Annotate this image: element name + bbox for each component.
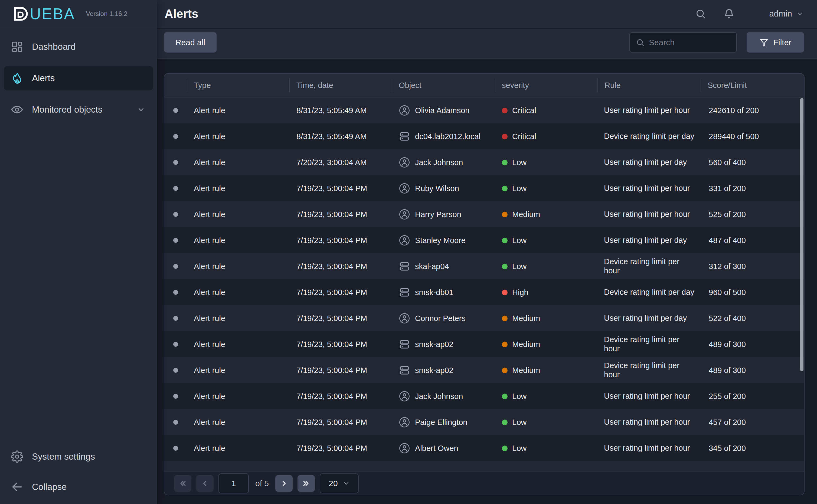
topbar: Alerts admin: [157, 0, 817, 28]
next-page-button[interactable]: [275, 475, 293, 492]
alert-type: Alert rule: [187, 305, 289, 331]
table-row[interactable]: Alert rule7/20/23, 3:00:04 AMJack Johnso…: [164, 149, 804, 175]
search-input[interactable]: [649, 38, 730, 47]
alert-type: Alert rule: [187, 435, 289, 461]
bell-icon[interactable]: [723, 8, 735, 19]
severity-label: Medium: [512, 314, 540, 323]
column-type[interactable]: Type: [187, 74, 289, 97]
alert-object: smsk-ap02: [392, 331, 495, 357]
object-name: Albert Owen: [415, 444, 458, 453]
table-row[interactable]: Alert rule7/19/23, 5:00:04 PMHarry Parso…: [164, 201, 804, 227]
unread-cell: [164, 409, 187, 435]
alert-object: Olivia Adamson: [392, 97, 495, 123]
sidebar-item-system-settings[interactable]: System settings: [4, 444, 153, 469]
rule-text: User rating limit per hour: [604, 106, 696, 115]
device-icon: [399, 131, 410, 142]
object-name: Paige Ellington: [415, 418, 467, 427]
previous-page-button[interactable]: [196, 475, 214, 492]
alert-object: smsk-db01: [392, 279, 495, 305]
object-name: Jack Johnson: [415, 158, 463, 167]
alert-severity: Low: [495, 409, 597, 435]
severity-label: Low: [512, 236, 527, 245]
alert-type: Alert rule: [187, 279, 289, 305]
sidebar-item-dashboard[interactable]: Dashboard: [4, 35, 153, 59]
table-row[interactable]: Alert rule7/19/23, 5:00:04 PMsmsk-ap02Me…: [164, 357, 804, 383]
object-name: Connor Peters: [415, 314, 466, 323]
object-name: skal-ap04: [415, 262, 449, 271]
alert-severity: Low: [495, 227, 597, 253]
unread-dot-icon: [173, 290, 178, 295]
page-size-select[interactable]: 20: [320, 473, 359, 493]
object-name: smsk-db01: [415, 288, 453, 297]
user-menu[interactable]: admin: [769, 9, 803, 19]
device-icon: [399, 287, 410, 298]
table-row[interactable]: Alert rule7/19/23, 5:00:04 PMsmsk-ap02Me…: [164, 331, 804, 357]
gear-icon: [11, 450, 23, 463]
alert-type: Alert rule: [187, 253, 289, 279]
alert-rule: Device rating limit per hour: [597, 253, 701, 279]
pagination: of 5 20: [164, 472, 804, 495]
logo-text: UEBA: [30, 5, 75, 23]
table-row[interactable]: Alert rule8/31/23, 5:05:49 AMOlivia Adam…: [164, 97, 804, 123]
sidebar-item-alerts[interactable]: Alerts: [4, 66, 153, 90]
unread-cell: [164, 279, 187, 305]
first-page-button[interactable]: [174, 475, 191, 492]
alert-score: 312 of 300: [701, 253, 804, 279]
table-row[interactable]: Alert rule7/19/23, 5:00:04 PMskal-ap04Lo…: [164, 253, 804, 279]
unread-dot-icon: [173, 264, 178, 269]
user-icon: [399, 417, 410, 428]
chevron-down-icon: [796, 10, 803, 17]
page-number-input[interactable]: [218, 473, 249, 493]
alert-time: 7/20/23, 3:00:04 AM: [289, 149, 392, 175]
alert-type: Alert rule: [187, 175, 289, 201]
alert-severity: Low: [495, 175, 597, 201]
sidebar-item-label: Collapse: [32, 482, 67, 492]
alert-type: Alert rule: [187, 227, 289, 253]
alert-score: 525 of 200: [701, 201, 804, 227]
table-row[interactable]: Alert rule8/31/23, 5:05:49 AMdc04.lab201…: [164, 123, 804, 149]
severity-dot-icon: [502, 420, 508, 425]
app-version: Version 1.16.2: [86, 10, 127, 18]
alert-type: Alert rule: [187, 123, 289, 149]
unread-dot-icon: [173, 446, 178, 451]
column-time-date[interactable]: Time, date: [289, 74, 392, 97]
rule-text: Device rating limit per hour: [604, 361, 696, 379]
alert-rule: User rating limit per day: [597, 149, 701, 175]
table-row[interactable]: Alert rule7/19/23, 5:00:04 PMAlbert Owen…: [164, 435, 804, 461]
unread-cell: [164, 149, 187, 175]
alert-rule: User rating limit per hour: [597, 383, 701, 409]
unread-cell: [164, 383, 187, 409]
rule-text: User rating limit per day: [604, 236, 696, 245]
alerts-table: Type Time, date Object severity Rule Sco…: [164, 73, 805, 495]
unread-dot-icon: [173, 316, 178, 321]
table-row[interactable]: Alert rule7/19/23, 5:00:04 PMPaige Ellin…: [164, 409, 804, 435]
table-row[interactable]: Alert rule7/19/23, 5:00:04 PMConnor Pete…: [164, 305, 804, 331]
search-icon[interactable]: [695, 8, 706, 19]
sidebar-item-monitored-objects[interactable]: Monitored objects: [4, 97, 153, 122]
table-row[interactable]: Alert rule7/19/23, 5:00:04 PMJack Johnso…: [164, 383, 804, 409]
unread-dot-icon: [173, 186, 178, 191]
unread-dot-icon: [173, 108, 178, 113]
column-score-limit[interactable]: Score/Limit: [701, 74, 804, 97]
table-row[interactable]: Alert rule7/19/23, 5:00:04 PMRuby Wilson…: [164, 175, 804, 201]
table-row[interactable]: Alert rule7/19/23, 5:00:04 PMStanley Moo…: [164, 227, 804, 253]
user-icon: [399, 157, 410, 168]
sidebar-item-collapse[interactable]: Collapse: [4, 475, 153, 499]
filter-button[interactable]: Filter: [747, 32, 804, 53]
arrow-left-icon: [11, 481, 23, 493]
column-severity[interactable]: severity: [495, 74, 597, 97]
table-scrollbar[interactable]: [800, 98, 803, 371]
toolbar: Read all Filter: [157, 29, 817, 59]
object-name: Olivia Adamson: [415, 106, 470, 115]
table-row[interactable]: Alert rule7/19/23, 5:00:04 PMsmsk-db01Hi…: [164, 279, 804, 305]
alert-rule: User rating limit per day: [597, 305, 701, 331]
unread-dot-icon: [173, 394, 178, 399]
last-page-button[interactable]: [298, 475, 315, 492]
alert-rule: User rating limit per hour: [597, 175, 701, 201]
severity-label: Medium: [512, 210, 540, 219]
column-object[interactable]: Object: [392, 74, 495, 97]
read-all-button[interactable]: Read all: [164, 32, 217, 53]
alert-type: Alert rule: [187, 331, 289, 357]
alert-object: Harry Parson: [392, 201, 495, 227]
column-rule[interactable]: Rule: [597, 74, 701, 97]
